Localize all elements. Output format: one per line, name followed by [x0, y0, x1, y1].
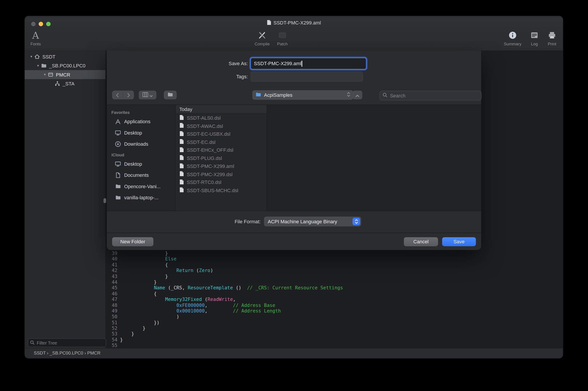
file-name: SSDT-SBUS-MCHC.dsl [187, 188, 238, 193]
document-icon [179, 171, 184, 178]
file-row[interactable]: SSDT-RTC0.dsl [176, 178, 267, 186]
file-row[interactable]: SSDT-SBUS-MCHC.dsl [176, 186, 267, 195]
file-name: SSDT-ALS0.dsl [187, 115, 221, 121]
document-icon [179, 155, 184, 162]
sidebar-item[interactable]: Downloads [107, 138, 175, 150]
sidebar-item[interactable]: Opencore-Vani... [107, 181, 175, 192]
file-row[interactable]: SSDT-AWAC.dsl [176, 122, 267, 130]
parent-directory-button[interactable] [353, 91, 362, 99]
line-number: 39 [108, 250, 118, 256]
code-line: 45 Name (_CRS, ResourceTemplate () // _C… [108, 285, 563, 291]
document-icon [179, 147, 184, 153]
code-line: 47 Memory32Fixed (ReadWrite, [108, 296, 563, 302]
applications-icon [115, 118, 121, 125]
document-icon [179, 122, 184, 129]
search-input[interactable] [389, 92, 478, 99]
fonts-icon: A [25, 30, 50, 41]
code-line: 49 0x00010000, // Address Length [108, 308, 563, 314]
sidebar-item[interactable]: Desktop [107, 158, 175, 170]
line-number: 50 [108, 314, 118, 320]
file-row[interactable]: SSDT-ALS0.dsl [176, 114, 267, 122]
save-button[interactable]: Save [442, 237, 476, 246]
disclosure-triangle-icon[interactable]: ▼ [42, 73, 48, 76]
new-folder-button[interactable]: New Folder [112, 237, 153, 246]
code-line: 53 } [108, 331, 563, 337]
view-mode-button[interactable] [139, 91, 156, 99]
splitter-handle[interactable] [104, 198, 106, 203]
divider [107, 233, 481, 233]
code-line: 39 } [108, 250, 563, 256]
line-number: 40 [108, 256, 118, 262]
line-number: 48 [108, 302, 118, 308]
filter-tree-field[interactable] [28, 339, 106, 347]
tree-item-label: SSDT [42, 54, 55, 59]
folder-icon [41, 63, 47, 69]
chevron-up-icon [355, 92, 359, 98]
code-line: 46 { [108, 291, 563, 296]
document-icon [179, 139, 184, 145]
code-line: 51 }) [108, 320, 563, 325]
file-row[interactable]: SSDT-EC.dsl [176, 138, 267, 146]
tree-item[interactable]: ▼_SB.PC00.LPC0 [25, 61, 105, 70]
app-window: SSDT-PMC-X299.aml A Fonts Compile Patch [25, 16, 563, 358]
line-number: 44 [108, 279, 118, 285]
desktop-icon [115, 129, 121, 136]
forward-button[interactable] [123, 91, 134, 99]
folder-icon [115, 195, 121, 201]
screen: SSDT-PMC-X299.aml A Fonts Compile Patch [0, 0, 588, 391]
columns-view-icon [142, 92, 148, 98]
folder-button[interactable] [164, 91, 176, 99]
toolbar-item-patch: Patch [268, 30, 297, 46]
file-name: SSDT-EC-USBX.dsl [187, 131, 230, 137]
sidebar-item-label: Documents [124, 172, 149, 178]
code-line: 42 Return (Zero) [108, 268, 563, 273]
file-row[interactable]: SSDT-PLUG.dsl [176, 154, 267, 162]
file-format-value: ACPI Machine Language Binary [268, 219, 337, 224]
tree-item-label: _SB.PC00.LPC0 [49, 63, 86, 68]
sidebar-item-label: Desktop [124, 130, 142, 135]
file-name: SSDT-EHCx_OFF.dsl [187, 147, 233, 153]
code-line: 43 } [108, 273, 563, 279]
code-line: 41 { [108, 262, 563, 268]
code-line: 55 [108, 343, 563, 349]
file-row[interactable]: SSDT-PMC-X299.aml [176, 162, 267, 170]
disclosure-triangle-icon[interactable]: ▼ [28, 55, 34, 58]
empty-column [267, 105, 481, 211]
file-row[interactable]: SSDT-EC-USBX.dsl [176, 130, 267, 138]
code-line: 48 0xFE000000, // Address Base [108, 302, 563, 308]
sidebar-item[interactable]: Documents [107, 170, 175, 181]
sidebar-section-title: iCloud [111, 153, 175, 157]
back-button[interactable] [112, 91, 123, 99]
save-dialog: Save As: SSDT-PMC-X299.aml Tags: [107, 50, 481, 250]
save-as-field[interactable]: SSDT-PMC-X299.aml [251, 58, 366, 69]
tags-field[interactable] [251, 72, 363, 82]
tree-item[interactable]: ▼PMCR [25, 70, 105, 79]
toolbar-item-fonts[interactable]: A Fonts [25, 30, 50, 46]
search-field[interactable] [379, 91, 481, 100]
sidebar-item-label: Opencore-Vani... [124, 184, 161, 189]
sidebar-item[interactable]: Desktop [107, 127, 175, 138]
status-bar: SSDT › _SB.PC00.LPC0 › PMCR [25, 348, 563, 358]
file-row[interactable]: SSDT-PMC-X299.dsl [176, 170, 267, 178]
places-sidebar: FavoritesApplicationsDesktopDownloadsiCl… [107, 105, 175, 211]
breadcrumb[interactable]: SSDT › _SB.PC00.LPC0 › PMCR [34, 350, 101, 356]
file-row[interactable]: SSDT-EHCx_OFF.dsl [176, 146, 267, 154]
file-format-popup[interactable]: ACPI Machine Language Binary [264, 217, 361, 226]
sidebar-item[interactable]: vanilla-laptop-... [107, 192, 175, 203]
nav-buttons [112, 91, 134, 99]
tree-item[interactable]: ▼SSDT [25, 52, 105, 61]
sidebar-item[interactable]: Applications [107, 116, 175, 127]
disclosure-triangle-icon[interactable]: ▼ [35, 64, 41, 67]
sidebar-item-label: Applications [124, 118, 150, 124]
documents-icon [115, 172, 121, 178]
tree-item[interactable]: _STA [25, 79, 105, 88]
filter-tree-input[interactable] [36, 340, 104, 346]
line-number: 43 [108, 273, 118, 279]
file-name: SSDT-EC.dsl [187, 139, 216, 145]
document-icon [179, 114, 184, 121]
document-icon [179, 131, 184, 137]
cancel-button[interactable]: Cancel [404, 237, 438, 246]
toolbar-item-print[interactable]: Print [538, 30, 563, 46]
tree-item-label: _STA [63, 81, 74, 86]
location-popup[interactable]: AcpiSamples [252, 90, 353, 100]
